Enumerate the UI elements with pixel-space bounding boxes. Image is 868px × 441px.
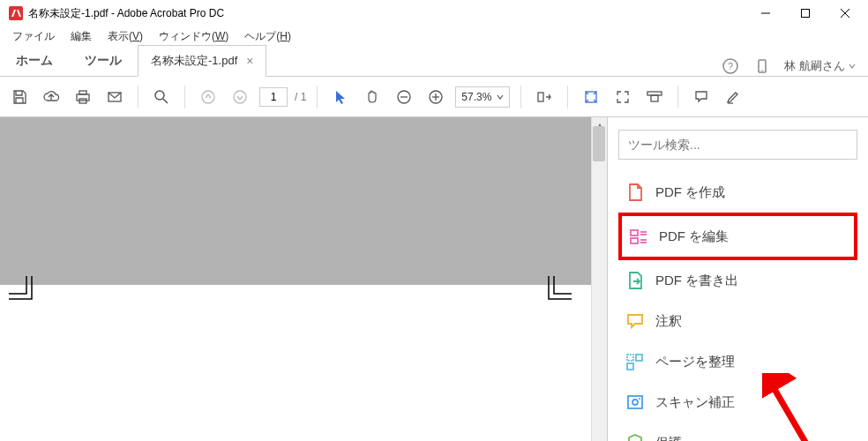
close-tab-icon[interactable]: × xyxy=(246,54,253,68)
search-icon[interactable] xyxy=(149,85,174,109)
separator xyxy=(567,86,568,108)
maximize-button[interactable] xyxy=(785,1,825,26)
tool-label: PDF を作成 xyxy=(655,184,725,201)
tool-label: スキャン補正 xyxy=(655,394,735,411)
svg-point-15 xyxy=(202,91,214,103)
comment-icon[interactable] xyxy=(689,85,714,109)
page-total: / 1 xyxy=(295,91,306,103)
tool-comment[interactable]: 注釈 xyxy=(618,301,857,341)
separator xyxy=(184,86,185,108)
menu-window[interactable]: ウィンドウ(W) xyxy=(152,27,236,46)
page-up-icon[interactable] xyxy=(196,85,221,109)
page-down-icon[interactable] xyxy=(228,85,252,109)
separator xyxy=(138,86,138,108)
tool-label: 保護 xyxy=(655,435,682,442)
svg-rect-34 xyxy=(627,355,633,361)
save-icon[interactable] xyxy=(7,85,32,109)
svg-rect-29 xyxy=(631,238,638,243)
svg-rect-36 xyxy=(627,363,633,370)
svg-point-39 xyxy=(639,398,640,400)
svg-rect-22 xyxy=(538,93,543,101)
titlebar: 名称未設定-1.pdf - Adobe Acrobat Pro DC xyxy=(0,0,868,26)
tabbar: ホーム ツール 名称未設定-1.pdf × ? 林 航嗣さん xyxy=(0,46,868,77)
user-menu[interactable]: 林 航嗣さん xyxy=(784,58,856,74)
separator xyxy=(677,86,678,108)
tool-label: ページを整理 xyxy=(655,354,735,370)
document-tab[interactable]: 名称未設定-1.pdf × xyxy=(138,45,266,77)
svg-line-14 xyxy=(163,99,168,103)
menubar: ファイル 編集 表示(V) ウィンドウ(W) ヘルプ(H) xyxy=(0,26,868,46)
svg-rect-37 xyxy=(628,396,642,408)
fullscreen-icon[interactable] xyxy=(610,85,635,109)
separator xyxy=(317,86,318,108)
zoom-out-icon[interactable] xyxy=(392,85,416,109)
svg-point-8 xyxy=(762,70,764,71)
tab-home[interactable]: ホーム xyxy=(0,46,69,76)
menu-help[interactable]: ヘルプ(H) xyxy=(237,27,298,46)
svg-rect-2 xyxy=(801,10,809,18)
close-button[interactable] xyxy=(825,1,864,26)
tool-label: 注釈 xyxy=(655,313,682,330)
edit-pdf-icon xyxy=(629,227,648,246)
canvas-background xyxy=(0,117,591,285)
app-icon xyxy=(9,6,23,20)
window-title: 名称未設定-1.pdf - Adobe Acrobat Pro DC xyxy=(28,6,745,21)
tool-export-pdf[interactable]: PDF を書き出 xyxy=(618,260,857,301)
menu-file[interactable]: ファイル xyxy=(5,27,62,46)
svg-point-38 xyxy=(632,400,638,405)
highlight-icon[interactable] xyxy=(721,85,745,109)
menu-view[interactable]: 表示(V) xyxy=(101,27,150,46)
tool-organize-pages[interactable]: ページを整理 xyxy=(618,341,857,382)
hand-icon[interactable] xyxy=(360,85,385,109)
svg-rect-0 xyxy=(9,6,23,20)
organize-icon xyxy=(625,352,645,371)
scroll-thumb[interactable] xyxy=(593,126,605,161)
document-tab-label: 名称未設定-1.pdf xyxy=(151,53,237,69)
menu-edit[interactable]: 編集 xyxy=(64,27,99,46)
svg-text:?: ? xyxy=(728,61,733,71)
export-pdf-icon xyxy=(625,271,645,290)
pointer-icon[interactable] xyxy=(328,85,353,109)
svg-rect-28 xyxy=(631,230,638,235)
tool-label: PDF を書き出 xyxy=(655,273,738,289)
page-number-input[interactable] xyxy=(259,87,288,107)
mail-icon[interactable] xyxy=(102,85,127,109)
fit-page-icon[interactable] xyxy=(579,85,603,109)
mobile-icon[interactable] xyxy=(752,56,772,76)
zoom-in-icon[interactable] xyxy=(423,85,448,109)
comment-tool-icon xyxy=(625,311,645,331)
toolbar: / 1 57.3% xyxy=(0,77,868,117)
tab-tools[interactable]: ツール xyxy=(69,46,138,76)
tool-list: PDF を作成 PDF を編集 PDF を書き出 注釈 ページを整理 スキャン補… xyxy=(618,172,857,441)
tools-sidebar: PDF を作成 PDF を編集 PDF を書き出 注釈 ページを整理 スキャン補… xyxy=(607,117,868,441)
create-pdf-icon xyxy=(625,183,645,202)
tool-create-pdf[interactable]: PDF を作成 xyxy=(618,172,857,213)
protect-icon xyxy=(625,433,645,441)
help-icon[interactable]: ? xyxy=(721,56,740,76)
minimize-button[interactable] xyxy=(745,1,785,26)
vertical-scrollbar[interactable]: ▴ xyxy=(591,117,607,441)
document-canvas[interactable]: 血 然 宮 , 口 ▴ xyxy=(0,117,607,441)
svg-rect-25 xyxy=(651,95,658,101)
svg-rect-10 xyxy=(77,94,89,101)
svg-point-16 xyxy=(234,91,246,103)
main-area: 血 然 宮 , 口 ▴ PDF を作成 PDF を編集 PDF を書き出 注 xyxy=(0,117,868,441)
fit-width-icon[interactable] xyxy=(532,85,557,109)
tool-label: PDF を編集 xyxy=(659,228,729,245)
svg-point-13 xyxy=(155,91,164,100)
tool-search-input[interactable] xyxy=(618,130,857,160)
read-mode-icon[interactable] xyxy=(642,85,667,109)
scan-icon xyxy=(625,392,645,412)
zoom-select[interactable]: 57.3% xyxy=(455,86,510,108)
document-page xyxy=(0,285,591,441)
separator xyxy=(520,86,521,108)
tool-protect[interactable]: 保護 xyxy=(618,422,857,441)
tool-enhance-scan[interactable]: スキャン補正 xyxy=(618,382,857,422)
cloud-icon[interactable] xyxy=(39,85,64,109)
tool-edit-pdf[interactable]: PDF を編集 xyxy=(618,213,857,260)
print-icon[interactable] xyxy=(71,85,95,109)
window-controls xyxy=(745,1,864,26)
svg-rect-35 xyxy=(636,355,642,361)
